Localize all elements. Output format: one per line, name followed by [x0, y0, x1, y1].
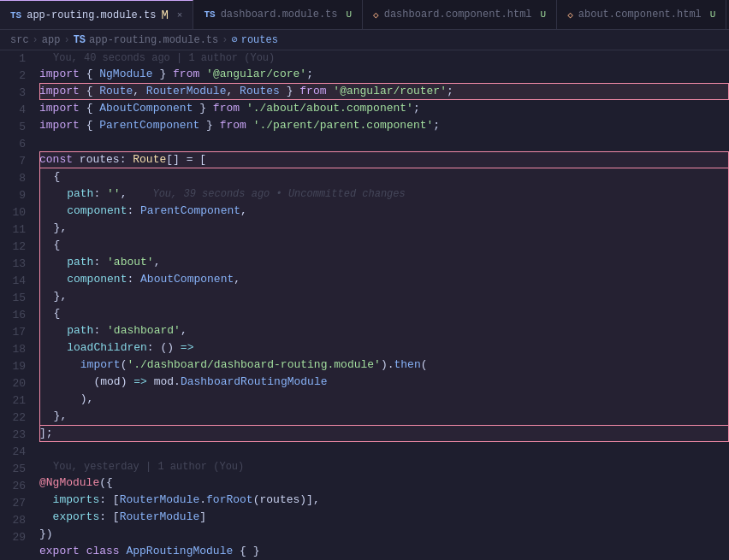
code-line-6: const routes: Route[] = [ [39, 151, 729, 168]
tab-label: dashboard.module.ts [221, 9, 338, 21]
tab-dashboard-module[interactable]: TS dashboard.module.ts U [193, 0, 363, 29]
code-line-11: { [40, 237, 728, 254]
code-line-23 [39, 442, 729, 459]
tab-about-component[interactable]: ◇ about.component.html U [557, 0, 726, 29]
code-line-2: import { Route, RouterModule, Routes } f… [39, 83, 729, 100]
code-line-16: path: 'dashboard', [40, 322, 728, 339]
code-line-19: (mod) => mod.DashboardRoutingModule [40, 374, 728, 391]
breadcrumb-symbol-icon: ⊘ [231, 33, 237, 46]
editor-container: TS app-routing.module.ts M × TS dashboar… [0, 0, 729, 558]
code-line-3: import { AboutComponent } from './about/… [39, 100, 729, 117]
tab-close-btn[interactable]: × [177, 10, 183, 21]
code-line-10: }, [40, 220, 728, 237]
code-line-9: component: ParentComponent, [40, 203, 728, 220]
tab-dashboard-component[interactable]: ◇ dashboard.component.html U [363, 0, 557, 29]
breadcrumb-src: src [10, 34, 29, 46]
code-line-28: export class AppRoutingModule { } [39, 543, 729, 558]
code-line-4: import { ParentComponent } from './paren… [39, 117, 729, 134]
code-line-17: loadChildren: () => [40, 339, 728, 357]
code-line-15: { [40, 305, 728, 322]
git-blame-bottom: You, yesterday | 1 author (You) [39, 459, 729, 475]
html-icon: ◇ [567, 9, 573, 21]
tab-modifier: U [710, 9, 716, 20]
code-line-20: ), [40, 391, 728, 408]
tab-modifier: U [541, 9, 547, 20]
tab-modifier: M [161, 9, 168, 22]
tab-bar: TS app-routing.module.ts M × TS dashboar… [0, 0, 729, 30]
code-line-14: }, [40, 288, 728, 305]
breadcrumb-ts-icon: TS [74, 34, 86, 46]
code-line-24: @NgModule({ [39, 475, 729, 492]
code-line-5 [39, 134, 729, 151]
code-line-18: import('./dashboard/dashboard-routing.mo… [40, 357, 728, 374]
line-numbers: 1 2 3 4 5 6 7 8 9 10 11 12 13 14 15 16 1… [0, 50, 36, 558]
code-line-12: path: 'about', [40, 254, 728, 271]
ts-icon: TS [204, 9, 215, 20]
code-editor[interactable]: You, 40 seconds ago | 1 author (You) imp… [36, 50, 729, 558]
tab-label: app-routing.module.ts [27, 9, 156, 21]
code-line-1: import { NgModule } from '@angular/core'… [39, 66, 729, 83]
code-line-21: }, [40, 408, 728, 425]
html-icon: ◇ [373, 9, 379, 21]
code-line-25: imports: [RouterModule.forRoot(routes)], [39, 492, 729, 509]
tab-modifier: U [346, 9, 352, 20]
breadcrumb-symbol: routes [241, 34, 278, 46]
tab-app-routing[interactable]: TS app-routing.module.ts M × [0, 0, 193, 29]
code-line-22: ]; [39, 425, 729, 442]
editor-area: 1 2 3 4 5 6 7 8 9 10 11 12 13 14 15 16 1… [0, 50, 729, 558]
inline-blame: You, 39 seconds ago • Uncommitted change… [152, 186, 405, 203]
code-line-27: }) [39, 526, 729, 543]
tab-label: about.component.html [578, 9, 702, 21]
tab-label: dashboard.component.html [384, 9, 532, 21]
code-line-8: path: '', You, 39 seconds ago • Uncommit… [40, 186, 728, 203]
breadcrumb-file: app-routing.module.ts [89, 34, 218, 46]
code-block-inner: { path: '', You, 39 seconds ago • Uncomm… [39, 168, 729, 425]
breadcrumb: src › app › TS app-routing.module.ts › ⊘… [0, 30, 729, 50]
code-line-13: component: AboutComponent, [40, 271, 728, 288]
code-line-7: { [40, 168, 728, 186]
breadcrumb-app: app [42, 34, 61, 46]
ts-icon: TS [10, 10, 21, 21]
git-blame-top: You, 40 seconds ago | 1 author (You) [39, 50, 729, 66]
code-line-26: exports: [RouterModule] [39, 509, 729, 526]
